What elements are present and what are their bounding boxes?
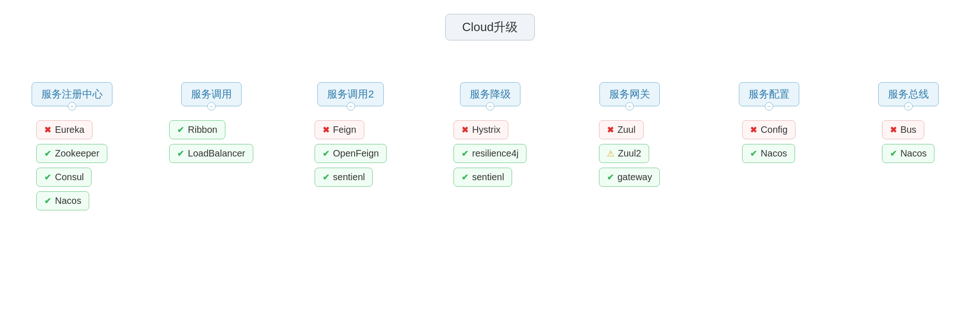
child-label-openfeign: OpenFeign (333, 148, 379, 159)
category-node-cat-gateway: 服务网关− (599, 82, 660, 106)
child-node-loadbalancer: ✔LoadBalancer (169, 144, 253, 163)
cross-icon-zuul: ✖ (607, 125, 614, 135)
child-node-eureka: ✖Eureka (36, 120, 92, 139)
category-node-cat-bus: 服务总线− (878, 82, 939, 106)
root-label: Cloud升级 (462, 20, 518, 34)
child-label-zookeeper: Zookeeper (55, 148, 99, 159)
category-col-cat-gateway: 服务网关−✖Zuul⚠Zuul2✔gateway (560, 40, 699, 210)
child-label-nacos3: Nacos (901, 148, 927, 159)
child-node-sentienl: ✔sentienl (315, 168, 373, 187)
cross-icon-bus: ✖ (890, 125, 897, 135)
category-node-cat-invoke: 服务调用− (181, 82, 242, 106)
child-label-nacos2: Nacos (761, 148, 787, 159)
category-col-cat-registry: 服务注册中心−✖Eureka✔Zookeeper✔Consul✔Nacos (2, 40, 142, 210)
category-col-cat-invoke2: 服务调用2−✖Feign✔OpenFeign✔sentienl (281, 40, 421, 210)
collapse-btn-cat-config[interactable]: − (765, 102, 773, 111)
child-node-consul: ✔Consul (36, 168, 92, 187)
child-node-zuul: ✖Zuul (599, 120, 644, 139)
cross-icon-config: ✖ (750, 125, 757, 135)
collapse-btn-cat-bus[interactable]: − (904, 102, 913, 111)
category-node-cat-invoke2: 服务调用2− (317, 82, 383, 106)
children-col-cat-gateway: ✖Zuul⚠Zuul2✔gateway (599, 120, 660, 187)
category-col-cat-invoke: 服务调用−✔Ribbon✔LoadBalancer (142, 40, 281, 210)
child-label-sentienl2: sentienl (472, 172, 504, 183)
check-icon-gateway: ✔ (607, 172, 614, 183)
check-icon-ribbon: ✔ (177, 125, 184, 135)
category-node-cat-config: 服务配置− (739, 82, 799, 106)
child-node-resilience4j: ✔resilience4j (454, 144, 526, 163)
collapse-btn-cat-invoke[interactable]: − (207, 102, 216, 111)
children-col-cat-invoke2: ✖Feign✔OpenFeign✔sentienl (315, 120, 387, 187)
child-node-gateway: ✔gateway (599, 168, 660, 187)
cross-icon-eureka: ✖ (44, 125, 51, 135)
child-label-zuul2: Zuul2 (618, 148, 641, 159)
child-label-loadbalancer: LoadBalancer (188, 148, 245, 159)
child-label-sentienl: sentienl (333, 172, 365, 183)
children-col-cat-bus: ✖Bus✔Nacos (882, 120, 935, 163)
child-label-config: Config (761, 124, 788, 135)
child-node-openfeign: ✔OpenFeign (315, 144, 387, 163)
child-label-resilience4j: resilience4j (472, 148, 519, 159)
child-node-nacos1: ✔Nacos (36, 191, 89, 210)
collapse-btn-cat-invoke2[interactable]: − (347, 102, 355, 111)
check-icon-openfeign: ✔ (322, 149, 329, 159)
child-node-bus: ✖Bus (882, 120, 924, 139)
child-node-config: ✖Config (742, 120, 796, 139)
check-icon-resilience4j: ✔ (461, 149, 468, 159)
check-icon-nacos2: ✔ (750, 149, 757, 159)
collapse-btn-cat-registry[interactable]: − (68, 102, 76, 111)
child-label-feign: Feign (333, 124, 356, 135)
check-icon-nacos3: ✔ (890, 149, 897, 159)
root-node: Cloud升级 (445, 14, 535, 40)
child-node-nacos2: ✔Nacos (742, 144, 795, 163)
child-node-zuul2: ⚠Zuul2 (599, 144, 649, 163)
check-icon-sentienl2: ✔ (461, 172, 468, 183)
category-col-cat-bus: 服务总线−✖Bus✔Nacos (839, 40, 978, 210)
children-col-cat-invoke: ✔Ribbon✔LoadBalancer (169, 120, 253, 163)
child-label-bus: Bus (901, 124, 916, 135)
check-icon-sentienl: ✔ (322, 172, 329, 183)
child-node-ribbon: ✔Ribbon (169, 120, 225, 139)
child-label-ribbon: Ribbon (188, 124, 217, 135)
category-node-cat-registry: 服务注册中心− (32, 82, 112, 106)
category-col-cat-config: 服务配置−✖Config✔Nacos (699, 40, 839, 210)
child-label-gateway: gateway (618, 172, 652, 183)
check-icon-zookeeper: ✔ (44, 149, 51, 159)
collapse-btn-cat-degrade[interactable]: − (486, 102, 494, 111)
child-node-sentienl2: ✔sentienl (454, 168, 512, 187)
check-icon-loadbalancer: ✔ (177, 149, 184, 159)
category-node-cat-degrade: 服务降级− (460, 82, 520, 106)
child-node-feign: ✖Feign (315, 120, 364, 139)
warn-icon-zuul2: ⚠ (607, 149, 614, 159)
child-label-nacos1: Nacos (55, 196, 81, 206)
check-icon-consul: ✔ (44, 172, 51, 183)
child-label-consul: Consul (55, 172, 84, 183)
child-node-nacos3: ✔Nacos (882, 144, 935, 163)
cross-icon-feign: ✖ (322, 125, 329, 135)
child-label-zuul: Zuul (618, 124, 636, 135)
children-col-cat-registry: ✖Eureka✔Zookeeper✔Consul✔Nacos (36, 120, 107, 210)
child-label-hystrix: Hystrix (472, 124, 500, 135)
diagram: Cloud升级 服务注册中心−✖Eureka✔Zookeeper✔Consul✔… (0, 0, 980, 326)
collapse-btn-cat-gateway[interactable]: − (625, 102, 634, 111)
check-icon-nacos1: ✔ (44, 196, 51, 206)
children-col-cat-degrade: ✖Hystrix✔resilience4j✔sentienl (454, 120, 526, 187)
child-label-eureka: Eureka (55, 124, 84, 135)
cross-icon-hystrix: ✖ (461, 125, 468, 135)
categories-row: 服务注册中心−✖Eureka✔Zookeeper✔Consul✔Nacos服务调… (0, 40, 980, 210)
category-col-cat-degrade: 服务降级−✖Hystrix✔resilience4j✔sentienl (421, 40, 560, 210)
children-col-cat-config: ✖Config✔Nacos (742, 120, 796, 163)
child-node-zookeeper: ✔Zookeeper (36, 144, 107, 163)
child-node-hystrix: ✖Hystrix (454, 120, 508, 139)
